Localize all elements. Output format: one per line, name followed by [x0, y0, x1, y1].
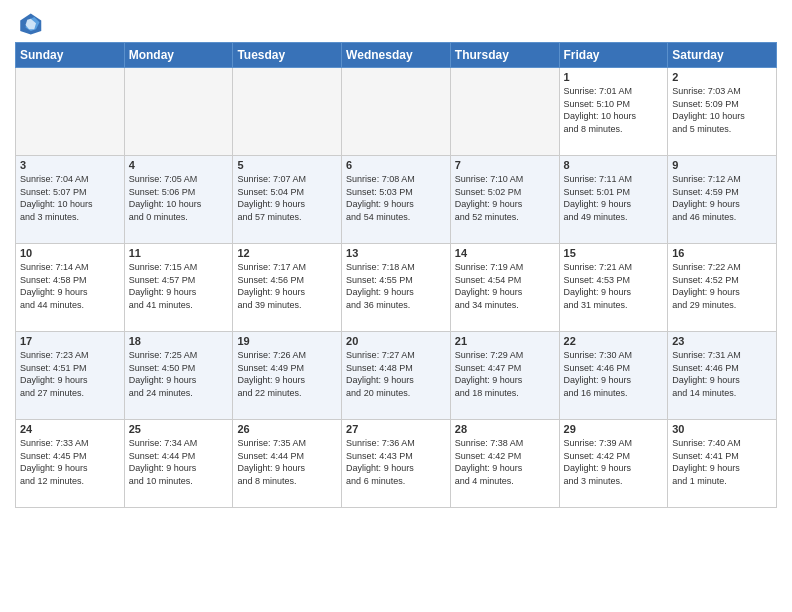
col-header-sunday: Sunday: [16, 43, 125, 68]
calendar-week-1: 1Sunrise: 7:01 AMSunset: 5:10 PMDaylight…: [16, 68, 777, 156]
day-number: 14: [455, 247, 555, 259]
calendar-cell: 3Sunrise: 7:04 AMSunset: 5:07 PMDaylight…: [16, 156, 125, 244]
calendar-cell: 26Sunrise: 7:35 AMSunset: 4:44 PMDayligh…: [233, 420, 342, 508]
day-info: Sunrise: 7:18 AMSunset: 4:55 PMDaylight:…: [346, 261, 446, 311]
day-number: 4: [129, 159, 229, 171]
calendar-cell: 10Sunrise: 7:14 AMSunset: 4:58 PMDayligh…: [16, 244, 125, 332]
calendar-table: SundayMondayTuesdayWednesdayThursdayFrid…: [15, 42, 777, 508]
day-number: 17: [20, 335, 120, 347]
day-info: Sunrise: 7:17 AMSunset: 4:56 PMDaylight:…: [237, 261, 337, 311]
col-header-tuesday: Tuesday: [233, 43, 342, 68]
logo-icon: [15, 10, 43, 38]
calendar-cell: 16Sunrise: 7:22 AMSunset: 4:52 PMDayligh…: [668, 244, 777, 332]
day-info: Sunrise: 7:39 AMSunset: 4:42 PMDaylight:…: [564, 437, 664, 487]
day-info: Sunrise: 7:15 AMSunset: 4:57 PMDaylight:…: [129, 261, 229, 311]
calendar-cell: 15Sunrise: 7:21 AMSunset: 4:53 PMDayligh…: [559, 244, 668, 332]
day-info: Sunrise: 7:04 AMSunset: 5:07 PMDaylight:…: [20, 173, 120, 223]
calendar-cell: [450, 68, 559, 156]
calendar-cell: 6Sunrise: 7:08 AMSunset: 5:03 PMDaylight…: [342, 156, 451, 244]
day-number: 22: [564, 335, 664, 347]
day-number: 19: [237, 335, 337, 347]
calendar-cell: 22Sunrise: 7:30 AMSunset: 4:46 PMDayligh…: [559, 332, 668, 420]
calendar-cell: [233, 68, 342, 156]
day-number: 1: [564, 71, 664, 83]
day-number: 13: [346, 247, 446, 259]
calendar-week-5: 24Sunrise: 7:33 AMSunset: 4:45 PMDayligh…: [16, 420, 777, 508]
day-info: Sunrise: 7:19 AMSunset: 4:54 PMDaylight:…: [455, 261, 555, 311]
col-header-monday: Monday: [124, 43, 233, 68]
calendar-cell: 28Sunrise: 7:38 AMSunset: 4:42 PMDayligh…: [450, 420, 559, 508]
calendar-cell: 25Sunrise: 7:34 AMSunset: 4:44 PMDayligh…: [124, 420, 233, 508]
day-info: Sunrise: 7:11 AMSunset: 5:01 PMDaylight:…: [564, 173, 664, 223]
calendar-cell: 20Sunrise: 7:27 AMSunset: 4:48 PMDayligh…: [342, 332, 451, 420]
calendar-cell: 23Sunrise: 7:31 AMSunset: 4:46 PMDayligh…: [668, 332, 777, 420]
day-info: Sunrise: 7:36 AMSunset: 4:43 PMDaylight:…: [346, 437, 446, 487]
day-number: 5: [237, 159, 337, 171]
day-info: Sunrise: 7:27 AMSunset: 4:48 PMDaylight:…: [346, 349, 446, 399]
day-number: 2: [672, 71, 772, 83]
day-number: 24: [20, 423, 120, 435]
col-header-friday: Friday: [559, 43, 668, 68]
calendar-week-4: 17Sunrise: 7:23 AMSunset: 4:51 PMDayligh…: [16, 332, 777, 420]
col-header-wednesday: Wednesday: [342, 43, 451, 68]
day-number: 21: [455, 335, 555, 347]
calendar-cell: 5Sunrise: 7:07 AMSunset: 5:04 PMDaylight…: [233, 156, 342, 244]
calendar-cell: 29Sunrise: 7:39 AMSunset: 4:42 PMDayligh…: [559, 420, 668, 508]
calendar-week-2: 3Sunrise: 7:04 AMSunset: 5:07 PMDaylight…: [16, 156, 777, 244]
calendar-cell: 9Sunrise: 7:12 AMSunset: 4:59 PMDaylight…: [668, 156, 777, 244]
day-number: 8: [564, 159, 664, 171]
calendar-cell: 19Sunrise: 7:26 AMSunset: 4:49 PMDayligh…: [233, 332, 342, 420]
day-info: Sunrise: 7:08 AMSunset: 5:03 PMDaylight:…: [346, 173, 446, 223]
day-info: Sunrise: 7:38 AMSunset: 4:42 PMDaylight:…: [455, 437, 555, 487]
day-number: 11: [129, 247, 229, 259]
calendar-cell: 12Sunrise: 7:17 AMSunset: 4:56 PMDayligh…: [233, 244, 342, 332]
day-info: Sunrise: 7:05 AMSunset: 5:06 PMDaylight:…: [129, 173, 229, 223]
calendar-cell: 14Sunrise: 7:19 AMSunset: 4:54 PMDayligh…: [450, 244, 559, 332]
calendar-cell: 11Sunrise: 7:15 AMSunset: 4:57 PMDayligh…: [124, 244, 233, 332]
day-number: 12: [237, 247, 337, 259]
day-number: 6: [346, 159, 446, 171]
day-info: Sunrise: 7:01 AMSunset: 5:10 PMDaylight:…: [564, 85, 664, 135]
calendar-cell: [16, 68, 125, 156]
calendar-week-3: 10Sunrise: 7:14 AMSunset: 4:58 PMDayligh…: [16, 244, 777, 332]
day-number: 23: [672, 335, 772, 347]
calendar-cell: 4Sunrise: 7:05 AMSunset: 5:06 PMDaylight…: [124, 156, 233, 244]
calendar-cell: 18Sunrise: 7:25 AMSunset: 4:50 PMDayligh…: [124, 332, 233, 420]
day-info: Sunrise: 7:40 AMSunset: 4:41 PMDaylight:…: [672, 437, 772, 487]
day-number: 28: [455, 423, 555, 435]
calendar-cell: [124, 68, 233, 156]
day-number: 30: [672, 423, 772, 435]
day-info: Sunrise: 7:22 AMSunset: 4:52 PMDaylight:…: [672, 261, 772, 311]
calendar-cell: 1Sunrise: 7:01 AMSunset: 5:10 PMDaylight…: [559, 68, 668, 156]
day-number: 25: [129, 423, 229, 435]
day-number: 27: [346, 423, 446, 435]
day-number: 16: [672, 247, 772, 259]
day-number: 26: [237, 423, 337, 435]
day-number: 15: [564, 247, 664, 259]
col-header-thursday: Thursday: [450, 43, 559, 68]
day-info: Sunrise: 7:23 AMSunset: 4:51 PMDaylight:…: [20, 349, 120, 399]
day-info: Sunrise: 7:33 AMSunset: 4:45 PMDaylight:…: [20, 437, 120, 487]
calendar-cell: [342, 68, 451, 156]
day-number: 9: [672, 159, 772, 171]
calendar-cell: 17Sunrise: 7:23 AMSunset: 4:51 PMDayligh…: [16, 332, 125, 420]
day-info: Sunrise: 7:35 AMSunset: 4:44 PMDaylight:…: [237, 437, 337, 487]
day-info: Sunrise: 7:34 AMSunset: 4:44 PMDaylight:…: [129, 437, 229, 487]
calendar-cell: 21Sunrise: 7:29 AMSunset: 4:47 PMDayligh…: [450, 332, 559, 420]
day-info: Sunrise: 7:14 AMSunset: 4:58 PMDaylight:…: [20, 261, 120, 311]
day-info: Sunrise: 7:29 AMSunset: 4:47 PMDaylight:…: [455, 349, 555, 399]
day-info: Sunrise: 7:03 AMSunset: 5:09 PMDaylight:…: [672, 85, 772, 135]
day-number: 10: [20, 247, 120, 259]
day-info: Sunrise: 7:12 AMSunset: 4:59 PMDaylight:…: [672, 173, 772, 223]
calendar-cell: 2Sunrise: 7:03 AMSunset: 5:09 PMDaylight…: [668, 68, 777, 156]
calendar-cell: 13Sunrise: 7:18 AMSunset: 4:55 PMDayligh…: [342, 244, 451, 332]
day-number: 20: [346, 335, 446, 347]
day-info: Sunrise: 7:30 AMSunset: 4:46 PMDaylight:…: [564, 349, 664, 399]
calendar-cell: 27Sunrise: 7:36 AMSunset: 4:43 PMDayligh…: [342, 420, 451, 508]
day-number: 18: [129, 335, 229, 347]
day-info: Sunrise: 7:21 AMSunset: 4:53 PMDaylight:…: [564, 261, 664, 311]
day-number: 29: [564, 423, 664, 435]
calendar-cell: 7Sunrise: 7:10 AMSunset: 5:02 PMDaylight…: [450, 156, 559, 244]
header-row: SundayMondayTuesdayWednesdayThursdayFrid…: [16, 43, 777, 68]
page: SundayMondayTuesdayWednesdayThursdayFrid…: [0, 0, 792, 518]
